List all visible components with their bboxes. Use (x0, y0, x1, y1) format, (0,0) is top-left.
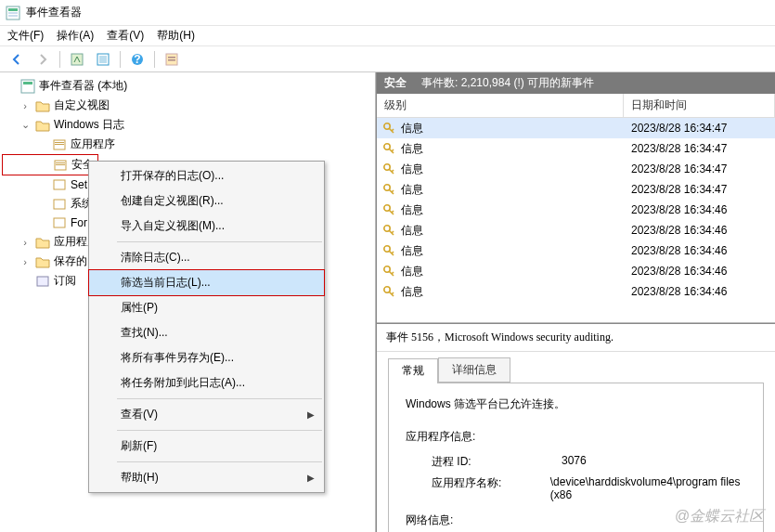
key-icon (382, 285, 395, 298)
window-title: 事件查看器 (26, 5, 82, 20)
tree-application[interactable]: 应用程序 (2, 135, 373, 154)
cm-properties[interactable]: 属性(P) (89, 295, 324, 320)
key-icon (382, 203, 395, 216)
table-row[interactable]: 信息2023/8/28 16:34:46 (377, 220, 775, 240)
help-button[interactable]: ? (126, 49, 149, 70)
svg-rect-4 (71, 54, 83, 65)
tab-general[interactable]: 常规 (388, 358, 438, 383)
detail-tabs: 常规 详细信息 (377, 352, 775, 383)
cm-view[interactable]: 查看(V)▶ (89, 402, 324, 427)
table-row[interactable]: 信息2023/8/28 16:34:46 (377, 261, 775, 281)
folder-open-icon (35, 118, 50, 133)
menu-action[interactable]: 操作(A) (57, 28, 94, 44)
folder-icon (35, 98, 50, 113)
table-row[interactable]: 信息2023/8/28 16:34:46 (377, 240, 775, 261)
row-date: 2023/8/28 16:34:46 (624, 203, 775, 216)
svg-rect-6 (99, 56, 107, 63)
right-pane-header: 安全 事件数: 2,210,984 (!) 可用的新事件 (377, 72, 775, 94)
tree-security[interactable]: 安全 (3, 155, 97, 175)
cm-import-custom-view[interactable]: 导入自定义视图(M)... (89, 214, 324, 239)
app-icon (6, 6, 20, 20)
folder-icon (35, 254, 50, 269)
tree-root[interactable]: 事件查看器 (本地) (2, 76, 373, 96)
table-row[interactable]: 信息2023/8/28 16:34:47 (377, 138, 775, 159)
svg-rect-19 (56, 164, 65, 165)
svg-rect-21 (54, 200, 65, 209)
cm-create-custom-view[interactable]: 创建自定义视图(R)... (89, 188, 324, 214)
row-level: 信息 (401, 284, 423, 300)
event-list: 级别 日期和时间 信息2023/8/28 16:34:47信息2023/8/28… (377, 94, 775, 323)
section-app-info: 应用程序信息: (406, 429, 746, 445)
chevron-right-icon: ▶ (307, 473, 315, 483)
log-icon (52, 197, 67, 212)
right-pane-title: 安全 (384, 75, 407, 91)
log-icon (52, 177, 67, 192)
row-level: 信息 (401, 182, 423, 198)
svg-rect-3 (8, 15, 18, 17)
folder-icon (35, 235, 50, 250)
row-date: 2023/8/28 16:34:46 (624, 265, 775, 278)
toolbar-btn-1[interactable] (66, 49, 88, 70)
back-button[interactable] (6, 49, 28, 70)
table-row[interactable]: 信息2023/8/28 16:34:47 (377, 179, 775, 200)
detail-pane: 事件 5156，Microsoft Windows security audit… (377, 323, 775, 532)
cm-find[interactable]: 查找(N)... (89, 320, 324, 345)
table-row[interactable]: 信息2023/8/28 16:34:47 (377, 159, 775, 179)
log-icon (52, 215, 67, 230)
row-level: 信息 (401, 243, 423, 259)
key-icon (382, 122, 395, 135)
tree-custom-views[interactable]: › 自定义视图 (2, 96, 373, 115)
svg-rect-20 (54, 180, 65, 189)
forward-button[interactable] (32, 49, 54, 70)
main-area: 事件查看器 (本地) › 自定义视图 ⌄ Windows 日志 应用程序 安全 … (0, 72, 775, 532)
cm-open-saved-log[interactable]: 打开保存的日志(O)... (89, 163, 324, 188)
tab-details[interactable]: 详细信息 (438, 357, 510, 383)
cm-save-all-events-as[interactable]: 将所有事件另存为(E)... (89, 345, 324, 370)
menu-view[interactable]: 查看(V) (107, 28, 144, 44)
table-row[interactable]: 信息2023/8/28 16:34:46 (377, 200, 775, 220)
toolbar-btn-2[interactable] (92, 49, 114, 70)
svg-rect-23 (37, 277, 48, 286)
app-name-label: 应用程序名称: (432, 475, 550, 501)
tree-windows-logs[interactable]: ⌄ Windows 日志 (2, 115, 373, 135)
detail-title: 事件 5156，Microsoft Windows security audit… (377, 324, 775, 352)
svg-rect-16 (55, 144, 64, 145)
svg-rect-2 (8, 12, 18, 14)
process-id-value: 3076 (562, 454, 587, 470)
col-level[interactable]: 级别 (377, 94, 624, 117)
log-icon (53, 158, 68, 173)
menu-file[interactable]: 文件(F) (7, 28, 44, 44)
process-id-label: 进程 ID: (432, 454, 562, 470)
chevron-right-icon: ▶ (307, 409, 315, 420)
cm-help[interactable]: 帮助(H)▶ (89, 465, 324, 490)
cm-refresh[interactable]: 刷新(F) (89, 434, 324, 459)
toolbar-btn-3[interactable] (161, 49, 183, 70)
app-name-value: \device\harddiskvolume4\program files (x… (550, 475, 746, 501)
row-date: 2023/8/28 16:34:47 (624, 183, 775, 196)
row-date: 2023/8/28 16:34:46 (624, 224, 775, 237)
row-date: 2023/8/28 16:34:47 (624, 122, 775, 135)
detail-message: Windows 筛选平台已允许连接。 (406, 396, 746, 412)
key-icon (382, 142, 395, 155)
key-icon (382, 224, 395, 237)
toolbar: ? (0, 46, 775, 72)
table-row[interactable]: 信息2023/8/28 16:34:47 (377, 118, 775, 138)
event-viewer-icon (20, 79, 35, 94)
col-date[interactable]: 日期和时间 (624, 94, 775, 117)
cm-attach-task[interactable]: 将任务附加到此日志(A)... (89, 370, 324, 396)
right-pane: 安全 事件数: 2,210,984 (!) 可用的新事件 级别 日期和时间 信息… (376, 72, 775, 532)
svg-text:?: ? (134, 53, 140, 66)
svg-rect-11 (168, 59, 175, 61)
table-row[interactable]: 信息2023/8/28 16:34:46 (377, 281, 775, 302)
list-header: 级别 日期和时间 (377, 94, 775, 118)
row-date: 2023/8/28 16:34:47 (624, 142, 775, 155)
menu-help[interactable]: 帮助(H) (157, 28, 195, 44)
subscriptions-icon (35, 274, 50, 289)
cm-clear-log[interactable]: 清除日志(C)... (89, 245, 324, 270)
cm-filter-current-log[interactable]: 筛选当前日志(L)... (88, 269, 325, 296)
row-date: 2023/8/28 16:34:46 (624, 244, 775, 257)
row-level: 信息 (401, 202, 423, 218)
svg-rect-13 (23, 82, 32, 84)
title-bar: 事件查看器 (0, 0, 775, 26)
row-date: 2023/8/28 16:34:47 (624, 162, 775, 175)
